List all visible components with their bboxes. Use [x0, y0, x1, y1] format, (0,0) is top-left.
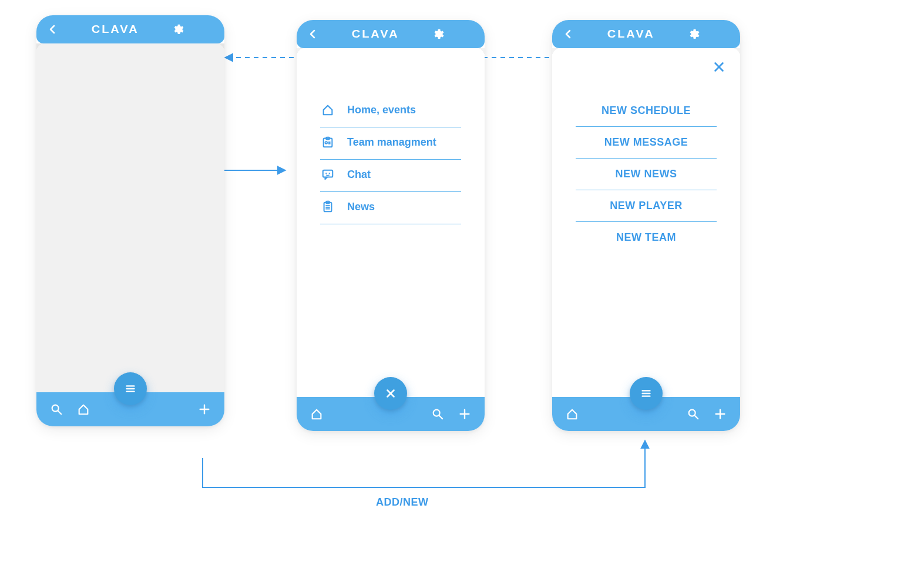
chevron-left-icon: [48, 25, 58, 34]
settings-button[interactable]: [429, 26, 446, 42]
add-button[interactable]: [196, 401, 213, 418]
screen-home: CLAVA: [36, 15, 224, 426]
add-button[interactable]: [712, 406, 728, 422]
screen-add-new-body: NEW SCHEDULE NEW MESSAGE NEW NEWS NEW PL…: [552, 48, 740, 397]
search-button[interactable]: [429, 406, 446, 422]
hamburger-icon: [124, 382, 137, 395]
action-label: NEW SCHEDULE: [602, 105, 691, 116]
menu-item-label: News: [347, 201, 375, 213]
screen-add-new: CLAVA NEW SCHEDULE NEW MESSAGE NEW NEWS …: [552, 20, 740, 431]
app-brand: CLAVA: [92, 23, 139, 36]
action-label: NEW PLAYER: [610, 200, 682, 211]
menu-item-label: Chat: [347, 169, 371, 181]
settings-button[interactable]: [685, 26, 701, 42]
action-label: NEW TEAM: [616, 231, 676, 243]
back-button[interactable]: [560, 26, 577, 42]
menu-item-chat[interactable]: Chat: [320, 160, 461, 192]
gear-icon: [171, 23, 184, 36]
home-button[interactable]: [308, 406, 325, 422]
app-header: CLAVA: [552, 20, 740, 48]
menu-item-home[interactable]: Home, events: [320, 95, 461, 127]
menu-fab[interactable]: [114, 372, 147, 405]
chevron-left-icon: [308, 29, 318, 39]
svg-line-23: [439, 416, 443, 419]
back-button[interactable]: [45, 21, 61, 38]
app-header: CLAVA: [36, 15, 224, 43]
menu-item-label: Home, events: [347, 104, 416, 116]
back-button[interactable]: [305, 26, 321, 42]
svg-rect-14: [323, 170, 333, 177]
svg-point-16: [329, 173, 330, 174]
screen-home-body: [36, 43, 224, 392]
search-icon: [50, 403, 63, 416]
menu-list: Home, events Team managment Chat: [297, 48, 485, 224]
action-new-news[interactable]: NEW NEWS: [576, 159, 717, 190]
close-icon: [713, 60, 725, 73]
app-header: CLAVA: [297, 20, 485, 48]
gear-icon: [687, 28, 700, 41]
screen-menu-body: Home, events Team managment Chat: [297, 48, 485, 397]
settings-button[interactable]: [169, 21, 186, 38]
team-icon: [320, 136, 335, 149]
home-icon: [310, 408, 323, 420]
home-icon: [566, 408, 579, 420]
flow-label-add-new: ADD/NEW: [376, 496, 429, 509]
action-new-message[interactable]: NEW MESSAGE: [576, 127, 717, 159]
home-button[interactable]: [75, 401, 92, 418]
menu-fab[interactable]: [630, 377, 663, 410]
gear-icon: [431, 28, 444, 41]
svg-line-31: [695, 416, 698, 419]
svg-line-3: [58, 411, 62, 415]
app-brand: CLAVA: [607, 28, 655, 41]
home-button[interactable]: [564, 406, 580, 422]
svg-point-15: [325, 173, 327, 174]
chevron-left-icon: [564, 29, 573, 39]
screen-menu: CLAVA Home, events Team managment: [297, 20, 485, 431]
app-brand: CLAVA: [352, 28, 399, 41]
action-new-schedule[interactable]: NEW SCHEDULE: [576, 95, 717, 127]
chat-icon: [320, 168, 335, 181]
news-icon: [320, 200, 335, 213]
plus-icon: [198, 403, 211, 416]
menu-item-news[interactable]: News: [320, 192, 461, 224]
add-new-action-list: NEW SCHEDULE NEW MESSAGE NEW NEWS NEW PL…: [552, 48, 740, 253]
search-button[interactable]: [685, 406, 701, 422]
search-icon: [687, 408, 700, 420]
home-icon: [77, 403, 90, 416]
action-label: NEW MESSAGE: [604, 136, 688, 148]
action-new-team[interactable]: NEW TEAM: [576, 222, 717, 253]
menu-item-label: Team managment: [347, 136, 436, 149]
search-button[interactable]: [48, 401, 65, 418]
home-icon: [320, 103, 335, 116]
plus-icon: [458, 408, 471, 420]
action-label: NEW NEWS: [616, 168, 677, 180]
hamburger-icon: [640, 387, 653, 400]
close-menu-fab[interactable]: [374, 377, 407, 410]
svg-point-11: [325, 142, 327, 144]
search-icon: [431, 408, 444, 420]
menu-item-team[interactable]: Team managment: [320, 127, 461, 160]
close-panel-button[interactable]: [711, 59, 727, 75]
action-new-player[interactable]: NEW PLAYER: [576, 190, 717, 222]
plus-icon: [714, 408, 727, 420]
add-button[interactable]: [456, 406, 473, 422]
close-icon: [384, 387, 397, 400]
